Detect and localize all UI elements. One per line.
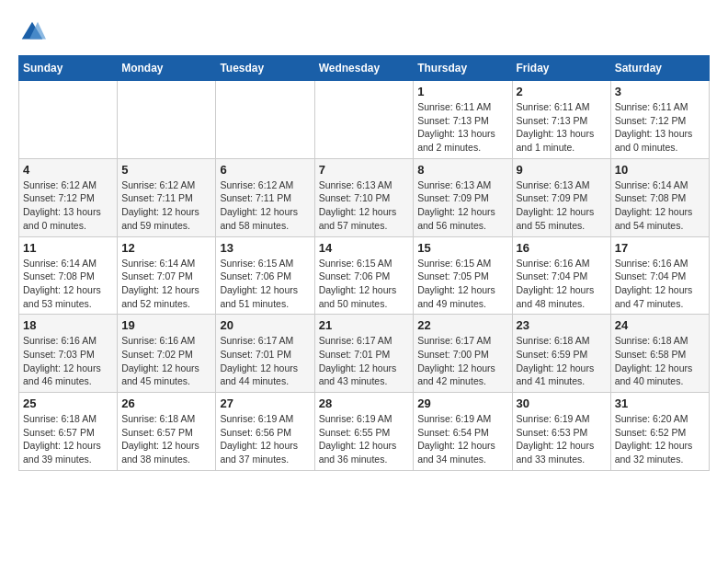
header-saturday: Saturday bbox=[610, 56, 709, 81]
day-cell: 16Sunrise: 6:16 AM Sunset: 7:04 PM Dayli… bbox=[512, 236, 610, 315]
day-number: 18 bbox=[23, 318, 113, 332]
day-number: 4 bbox=[23, 163, 113, 177]
day-cell: 15Sunrise: 6:15 AM Sunset: 7:05 PM Dayli… bbox=[414, 236, 512, 315]
day-number: 28 bbox=[319, 396, 410, 410]
day-number: 2 bbox=[517, 85, 607, 98]
day-cell: 6Sunrise: 6:12 AM Sunset: 7:11 PM Daylig… bbox=[216, 158, 314, 236]
day-cell bbox=[314, 81, 414, 159]
day-info: Sunrise: 6:13 AM Sunset: 7:10 PM Dayligh… bbox=[319, 178, 410, 233]
header-tuesday: Tuesday bbox=[216, 56, 314, 81]
header-thursday: Thursday bbox=[414, 56, 512, 81]
day-number: 8 bbox=[417, 163, 507, 177]
day-number: 24 bbox=[615, 318, 705, 332]
day-info: Sunrise: 6:17 AM Sunset: 7:01 PM Dayligh… bbox=[319, 334, 410, 388]
day-info: Sunrise: 6:18 AM Sunset: 6:59 PM Dayligh… bbox=[517, 334, 607, 388]
day-info: Sunrise: 6:18 AM Sunset: 6:58 PM Dayligh… bbox=[615, 334, 705, 388]
day-cell: 1Sunrise: 6:11 AM Sunset: 7:13 PM Daylig… bbox=[414, 81, 512, 159]
day-info: Sunrise: 6:14 AM Sunset: 7:08 PM Dayligh… bbox=[23, 257, 113, 311]
day-number: 1 bbox=[417, 85, 507, 98]
day-info: Sunrise: 6:15 AM Sunset: 7:06 PM Dayligh… bbox=[319, 257, 410, 311]
header-wednesday: Wednesday bbox=[314, 56, 414, 81]
day-number: 3 bbox=[615, 85, 705, 98]
day-info: Sunrise: 6:12 AM Sunset: 7:11 PM Dayligh… bbox=[121, 178, 211, 233]
day-cell: 14Sunrise: 6:15 AM Sunset: 7:06 PM Dayli… bbox=[314, 236, 414, 315]
day-cell: 28Sunrise: 6:19 AM Sunset: 6:55 PM Dayli… bbox=[314, 393, 414, 471]
day-info: Sunrise: 6:19 AM Sunset: 6:56 PM Dayligh… bbox=[220, 412, 310, 466]
day-cell: 19Sunrise: 6:16 AM Sunset: 7:02 PM Dayli… bbox=[118, 315, 216, 393]
page-header bbox=[18, 18, 710, 46]
day-info: Sunrise: 6:11 AM Sunset: 7:12 PM Dayligh… bbox=[615, 100, 705, 155]
header-monday: Monday bbox=[118, 56, 216, 81]
day-number: 14 bbox=[319, 241, 410, 255]
day-info: Sunrise: 6:16 AM Sunset: 7:04 PM Dayligh… bbox=[615, 257, 705, 311]
header-row: SundayMondayTuesdayWednesdayThursdayFrid… bbox=[19, 56, 710, 81]
logo bbox=[18, 18, 50, 46]
day-cell: 12Sunrise: 6:14 AM Sunset: 7:07 PM Dayli… bbox=[118, 236, 216, 315]
header-sunday: Sunday bbox=[19, 56, 118, 81]
week-row-4: 18Sunrise: 6:16 AM Sunset: 7:03 PM Dayli… bbox=[19, 315, 710, 393]
day-cell: 31Sunrise: 6:20 AM Sunset: 6:52 PM Dayli… bbox=[610, 393, 709, 471]
day-number: 19 bbox=[121, 318, 211, 332]
day-cell: 17Sunrise: 6:16 AM Sunset: 7:04 PM Dayli… bbox=[610, 236, 709, 315]
day-number: 7 bbox=[319, 163, 410, 177]
day-info: Sunrise: 6:17 AM Sunset: 7:01 PM Dayligh… bbox=[220, 334, 310, 388]
day-info: Sunrise: 6:11 AM Sunset: 7:13 PM Dayligh… bbox=[417, 100, 507, 155]
day-number: 9 bbox=[517, 163, 607, 177]
day-cell: 20Sunrise: 6:17 AM Sunset: 7:01 PM Dayli… bbox=[216, 315, 314, 393]
day-cell: 21Sunrise: 6:17 AM Sunset: 7:01 PM Dayli… bbox=[314, 315, 414, 393]
day-info: Sunrise: 6:18 AM Sunset: 6:57 PM Dayligh… bbox=[121, 412, 211, 466]
week-row-3: 11Sunrise: 6:14 AM Sunset: 7:08 PM Dayli… bbox=[19, 236, 710, 315]
day-cell: 30Sunrise: 6:19 AM Sunset: 6:53 PM Dayli… bbox=[512, 393, 610, 471]
day-number: 5 bbox=[121, 163, 211, 177]
day-info: Sunrise: 6:19 AM Sunset: 6:54 PM Dayligh… bbox=[417, 412, 507, 466]
day-info: Sunrise: 6:16 AM Sunset: 7:02 PM Dayligh… bbox=[121, 334, 211, 388]
day-info: Sunrise: 6:13 AM Sunset: 7:09 PM Dayligh… bbox=[517, 178, 607, 233]
day-number: 20 bbox=[220, 318, 310, 332]
day-number: 21 bbox=[319, 318, 410, 332]
week-row-2: 4Sunrise: 6:12 AM Sunset: 7:12 PM Daylig… bbox=[19, 158, 710, 236]
day-number: 22 bbox=[417, 318, 507, 332]
day-cell: 29Sunrise: 6:19 AM Sunset: 6:54 PM Dayli… bbox=[414, 393, 512, 471]
day-info: Sunrise: 6:11 AM Sunset: 7:13 PM Dayligh… bbox=[517, 100, 607, 155]
day-cell: 25Sunrise: 6:18 AM Sunset: 6:57 PM Dayli… bbox=[19, 393, 118, 471]
day-number: 12 bbox=[121, 241, 211, 255]
day-number: 26 bbox=[121, 396, 211, 410]
day-info: Sunrise: 6:14 AM Sunset: 7:08 PM Dayligh… bbox=[615, 178, 705, 233]
day-cell: 18Sunrise: 6:16 AM Sunset: 7:03 PM Dayli… bbox=[19, 315, 118, 393]
day-cell: 27Sunrise: 6:19 AM Sunset: 6:56 PM Dayli… bbox=[216, 393, 314, 471]
day-cell: 22Sunrise: 6:17 AM Sunset: 7:00 PM Dayli… bbox=[414, 315, 512, 393]
day-info: Sunrise: 6:12 AM Sunset: 7:12 PM Dayligh… bbox=[23, 178, 113, 233]
week-row-5: 25Sunrise: 6:18 AM Sunset: 6:57 PM Dayli… bbox=[19, 393, 710, 471]
logo-icon bbox=[18, 18, 46, 46]
day-number: 17 bbox=[615, 241, 705, 255]
day-cell bbox=[19, 81, 118, 159]
day-cell: 24Sunrise: 6:18 AM Sunset: 6:58 PM Dayli… bbox=[610, 315, 709, 393]
day-info: Sunrise: 6:13 AM Sunset: 7:09 PM Dayligh… bbox=[417, 178, 507, 233]
day-cell: 3Sunrise: 6:11 AM Sunset: 7:12 PM Daylig… bbox=[610, 81, 709, 159]
day-number: 16 bbox=[517, 241, 607, 255]
day-cell: 23Sunrise: 6:18 AM Sunset: 6:59 PM Dayli… bbox=[512, 315, 610, 393]
day-cell: 26Sunrise: 6:18 AM Sunset: 6:57 PM Dayli… bbox=[118, 393, 216, 471]
day-info: Sunrise: 6:20 AM Sunset: 6:52 PM Dayligh… bbox=[615, 412, 705, 466]
day-number: 6 bbox=[220, 163, 310, 177]
day-info: Sunrise: 6:18 AM Sunset: 6:57 PM Dayligh… bbox=[23, 412, 113, 466]
day-info: Sunrise: 6:15 AM Sunset: 7:05 PM Dayligh… bbox=[417, 257, 507, 311]
day-cell: 4Sunrise: 6:12 AM Sunset: 7:12 PM Daylig… bbox=[19, 158, 118, 236]
day-number: 15 bbox=[417, 241, 507, 255]
day-info: Sunrise: 6:15 AM Sunset: 7:06 PM Dayligh… bbox=[220, 257, 310, 311]
day-cell: 8Sunrise: 6:13 AM Sunset: 7:09 PM Daylig… bbox=[414, 158, 512, 236]
day-cell: 5Sunrise: 6:12 AM Sunset: 7:11 PM Daylig… bbox=[118, 158, 216, 236]
day-info: Sunrise: 6:19 AM Sunset: 6:53 PM Dayligh… bbox=[517, 412, 607, 466]
day-number: 25 bbox=[23, 396, 113, 410]
day-number: 10 bbox=[615, 163, 705, 177]
header-friday: Friday bbox=[512, 56, 610, 81]
day-info: Sunrise: 6:16 AM Sunset: 7:04 PM Dayligh… bbox=[517, 257, 607, 311]
day-cell: 11Sunrise: 6:14 AM Sunset: 7:08 PM Dayli… bbox=[19, 236, 118, 315]
day-cell bbox=[216, 81, 314, 159]
day-cell: 13Sunrise: 6:15 AM Sunset: 7:06 PM Dayli… bbox=[216, 236, 314, 315]
day-number: 29 bbox=[417, 396, 507, 410]
day-cell bbox=[118, 81, 216, 159]
day-cell: 2Sunrise: 6:11 AM Sunset: 7:13 PM Daylig… bbox=[512, 81, 610, 159]
day-number: 31 bbox=[615, 396, 705, 410]
day-cell: 9Sunrise: 6:13 AM Sunset: 7:09 PM Daylig… bbox=[512, 158, 610, 236]
